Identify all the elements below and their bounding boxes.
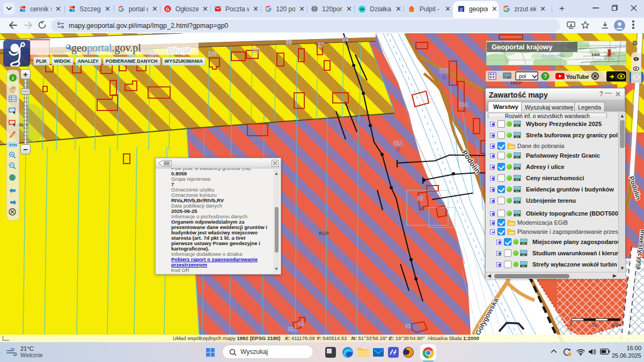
svg-text:99: 99 [286,40,292,46]
svg-text:WMS: WMS [515,136,519,138]
svg-text:G: G [166,6,170,12]
svg-text:103: 103 [208,51,217,57]
svg-text:0: 0 [569,322,572,328]
svg-text:Geoportal krajowy: Geoportal krajowy [492,43,553,51]
svg-text:101: 101 [252,48,261,54]
svg-text:g: g [460,6,463,12]
svg-text:55: 55 [298,321,305,327]
svg-text:89A: 89A [459,102,469,108]
svg-text:WMS: WMS [515,190,519,193]
svg-text:97: 97 [318,42,324,48]
svg-text:65: 65 [418,196,424,202]
svg-text:WMS: WMS [515,168,519,170]
svg-text:WMS: WMS [515,179,519,181]
svg-text:8U,P: 8U,P [319,231,329,236]
svg-text:WMTS: WMTS [503,76,511,79]
svg-text:WMS: WMS [522,265,526,268]
svg-text:?: ? [544,73,547,79]
svg-text:WMS: WMS [522,243,526,245]
svg-text:WMS: WMS [515,215,519,217]
svg-text:olx: olx [360,8,364,11]
svg-text:WMS: WMS [515,157,519,159]
svg-text:pol: pol [519,73,526,79]
svg-text:95: 95 [342,36,349,42]
svg-text:60m: 60m [612,322,621,328]
svg-text:YouTube: YouTube [566,73,589,80]
svg-text:63: 63 [405,323,412,329]
svg-text:WMS: WMS [515,202,519,204]
svg-text:XYH: XYH [9,143,17,147]
svg-text:Łask: Łask [592,53,600,56]
svg-text:Zduńska Wola: Zduńska Wola [542,54,565,57]
svg-text:i: i [12,75,14,81]
svg-text:WMS: WMS [522,254,526,256]
svg-text:30: 30 [591,322,597,328]
svg-text:55A: 55A [288,327,297,333]
svg-text:63A: 63A [393,141,403,146]
svg-text:89B: 89B [439,68,449,74]
svg-text:Kolumna: Kolumna [606,46,617,49]
svg-text:WMS: WMS [515,125,519,127]
